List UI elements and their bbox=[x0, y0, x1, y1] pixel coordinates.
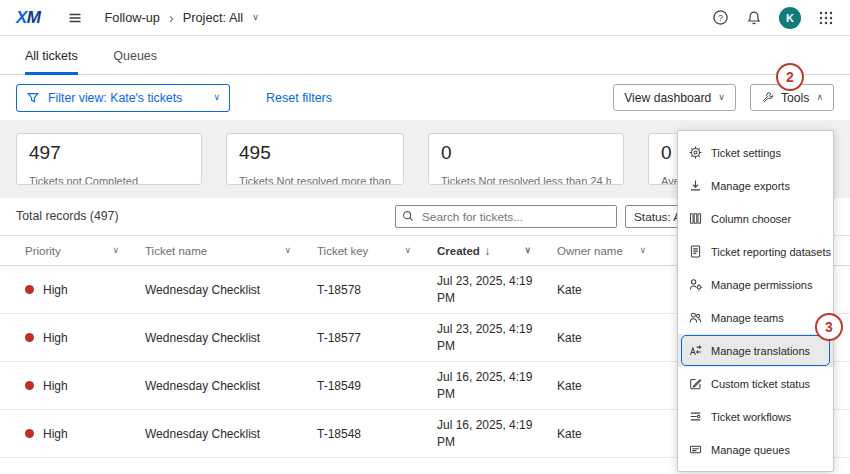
breadcrumb-app[interactable]: Follow-up bbox=[105, 10, 160, 25]
queue-icon bbox=[688, 442, 703, 457]
columns-icon bbox=[688, 211, 703, 226]
menu-item-manage-queues[interactable]: Manage queues bbox=[678, 433, 833, 466]
search-box bbox=[395, 205, 617, 228]
created-cell: Jul 23, 2025, 4:19 PM bbox=[437, 321, 557, 353]
menu-item-manage-teams[interactable]: Manage teams bbox=[678, 301, 833, 334]
ticket-name-cell: Wednesday Checklist bbox=[145, 427, 317, 441]
ticket-name-cell: Wednesday Checklist bbox=[145, 331, 317, 345]
chevron-up-icon: ∧ bbox=[816, 93, 823, 102]
column-header-ticket-name[interactable]: Ticket name ∨ bbox=[145, 245, 317, 257]
xm-logo[interactable]: XM bbox=[16, 8, 41, 28]
ticket-key-cell: T-18549 bbox=[317, 379, 437, 393]
ticket-key-cell: T-18578 bbox=[317, 283, 437, 297]
tools-dropdown-menu: Ticket settings Manage exports Column ch… bbox=[677, 130, 834, 472]
chevron-down-icon: ∨ bbox=[213, 93, 220, 102]
view-dashboard-button[interactable]: View dashboard ∨ bbox=[613, 84, 736, 111]
ticket-key-cell: T-18548 bbox=[317, 427, 437, 441]
stat-card-not-resolved-under-24h: 0 Tickets Not resolved less than 24 hour… bbox=[428, 133, 624, 185]
hamburger-menu-icon[interactable] bbox=[67, 10, 83, 26]
chevron-down-icon: ∨ bbox=[639, 246, 646, 255]
menu-item-ticket-workflows[interactable]: Ticket workflows bbox=[678, 400, 833, 433]
filter-view-label: Filter view: Kate's tickets bbox=[48, 91, 182, 105]
stat-card-not-completed: 497 Tickets not Completed bbox=[16, 133, 202, 185]
chevron-down-icon[interactable]: ∨ bbox=[252, 13, 259, 22]
help-glyph: ? bbox=[718, 13, 723, 23]
chevron-down-icon: ∨ bbox=[112, 246, 119, 255]
column-header-priority[interactable]: Priority ∨ bbox=[25, 245, 145, 257]
help-icon[interactable]: ? bbox=[712, 9, 729, 26]
filter-icon bbox=[26, 91, 40, 105]
gear-icon bbox=[688, 145, 703, 160]
tab-all-tickets[interactable]: All tickets bbox=[25, 49, 78, 75]
column-header-created[interactable]: Created ↓ ∨ bbox=[437, 245, 557, 257]
owner-cell: Kate bbox=[557, 283, 672, 297]
stat-value: 495 bbox=[239, 142, 391, 164]
menu-item-column-chooser[interactable]: Column chooser bbox=[678, 202, 833, 235]
menu-item-manage-translations[interactable]: Manage translations bbox=[678, 334, 833, 367]
apps-grid-icon[interactable] bbox=[818, 10, 834, 26]
sort-desc-icon: ↓ bbox=[485, 245, 491, 257]
document-icon bbox=[688, 244, 703, 259]
stat-card-not-resolved-over-24h: 495 Tickets Not resolved more than 24 ho… bbox=[226, 133, 404, 185]
owner-cell: Kate bbox=[557, 427, 672, 441]
stat-label: Tickets Not resolved less than 24 hours bbox=[441, 175, 611, 185]
chevron-down-icon: ∨ bbox=[718, 93, 725, 102]
translate-icon bbox=[688, 343, 703, 358]
stat-label: Tickets not Completed bbox=[29, 175, 189, 185]
notifications-bell-icon[interactable] bbox=[746, 10, 762, 26]
priority-value: High bbox=[43, 379, 68, 393]
breadcrumb-separator: › bbox=[169, 10, 174, 26]
ticket-name-cell: Wednesday Checklist bbox=[145, 283, 317, 297]
menu-item-manage-exports[interactable]: Manage exports bbox=[678, 169, 833, 202]
created-cell: Jul 23, 2025, 4:19 PM bbox=[437, 273, 557, 305]
created-cell: Jul 16, 2025, 4:19 PM bbox=[437, 369, 557, 401]
app-window: XM Follow-up › Project: All ∨ ? K All ti… bbox=[0, 0, 850, 474]
filter-bar: Filter view: Kate's tickets ∨ Reset filt… bbox=[0, 75, 850, 120]
priority-value: High bbox=[43, 427, 68, 441]
ticket-key-cell: T-18577 bbox=[317, 331, 437, 345]
wrench-icon bbox=[761, 91, 774, 104]
chevron-down-icon: ∨ bbox=[524, 246, 531, 255]
people-icon bbox=[688, 310, 703, 325]
reset-filters-link[interactable]: Reset filters bbox=[266, 91, 332, 105]
annotation-step-2: 2 bbox=[776, 63, 804, 91]
column-header-ticket-key[interactable]: Ticket key ∨ bbox=[317, 245, 437, 257]
chevron-down-icon: ∨ bbox=[284, 246, 291, 255]
stat-value: 0 bbox=[441, 142, 611, 164]
top-bar: XM Follow-up › Project: All ∨ ? K bbox=[0, 0, 850, 36]
tab-queues[interactable]: Queues bbox=[113, 49, 157, 72]
priority-value: High bbox=[43, 283, 68, 297]
priority-high-dot bbox=[25, 381, 34, 390]
owner-cell: Kate bbox=[557, 379, 672, 393]
priority-value: High bbox=[43, 331, 68, 345]
workflow-icon bbox=[688, 409, 703, 424]
menu-item-custom-ticket-status[interactable]: Custom ticket status bbox=[678, 367, 833, 400]
topbar-actions: ? K bbox=[712, 7, 834, 29]
stat-value: 497 bbox=[29, 142, 189, 164]
breadcrumb-project-selector[interactable]: Project: All bbox=[183, 10, 243, 25]
filter-view-dropdown[interactable]: Filter view: Kate's tickets ∨ bbox=[16, 84, 230, 112]
search-input[interactable] bbox=[395, 205, 617, 228]
edit-icon bbox=[688, 376, 703, 391]
priority-high-dot bbox=[25, 429, 34, 438]
annotation-step-3: 3 bbox=[815, 313, 843, 341]
user-avatar[interactable]: K bbox=[779, 7, 801, 29]
stat-label: Tickets Not resolved more than 24 ho... bbox=[239, 175, 391, 185]
menu-item-manage-permissions[interactable]: Manage permissions bbox=[678, 268, 833, 301]
breadcrumb: Follow-up › Project: All ∨ bbox=[105, 10, 259, 26]
column-header-owner-name[interactable]: Owner name ∨ bbox=[557, 245, 672, 257]
ticket-name-cell: Wednesday Checklist bbox=[145, 379, 317, 393]
search-icon bbox=[401, 209, 415, 223]
chevron-down-icon: ∨ bbox=[404, 246, 411, 255]
total-records-label: Total records (497) bbox=[16, 209, 119, 223]
tab-bar: All tickets Queues bbox=[0, 36, 850, 75]
menu-item-ticket-settings[interactable]: Ticket settings bbox=[678, 136, 833, 169]
priority-high-dot bbox=[25, 285, 34, 294]
owner-cell: Kate bbox=[557, 331, 672, 345]
filter-bar-actions: View dashboard ∨ Tools ∧ bbox=[613, 84, 834, 111]
person-gear-icon bbox=[688, 277, 703, 292]
download-icon bbox=[688, 178, 703, 193]
menu-item-ticket-reporting-datasets[interactable]: Ticket reporting datasets bbox=[678, 235, 833, 268]
created-cell: Jul 16, 2025, 4:19 PM bbox=[437, 417, 557, 449]
priority-high-dot bbox=[25, 333, 34, 342]
